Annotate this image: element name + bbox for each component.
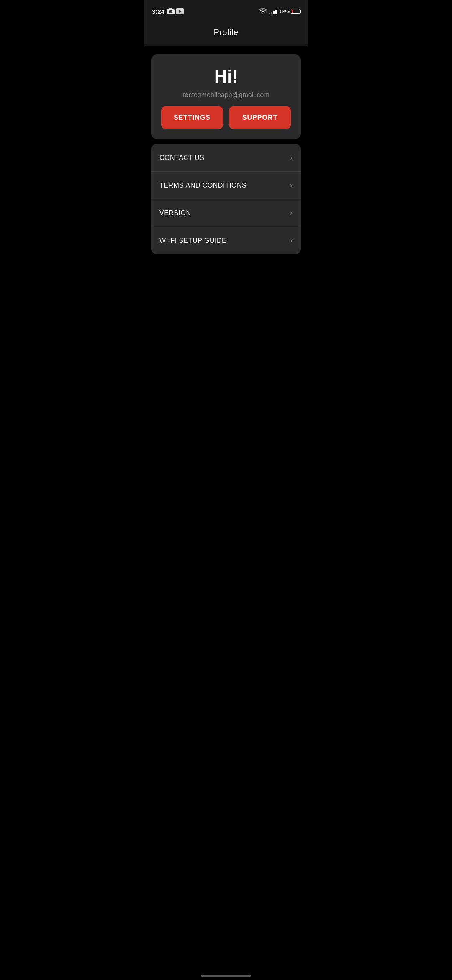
user-email: recteqmobileapp@gmail.com xyxy=(182,91,269,99)
page-title: Profile xyxy=(153,28,299,37)
chevron-right-icon: › xyxy=(290,181,293,190)
battery-fill xyxy=(292,10,293,13)
chevron-right-icon: › xyxy=(290,209,293,217)
action-buttons: SETTINGS SUPPORT xyxy=(161,106,291,129)
photo-icon xyxy=(167,8,175,14)
battery-indicator: 13% xyxy=(279,8,300,15)
time-display: 3:24 xyxy=(152,8,164,15)
page-header: Profile xyxy=(144,21,308,46)
version-item[interactable]: VERSION › xyxy=(151,199,301,227)
chevron-right-icon: › xyxy=(290,153,293,162)
wifi-setup-item[interactable]: WI-FI SETUP GUIDE › xyxy=(151,227,301,254)
svg-rect-2 xyxy=(170,8,172,10)
status-app-icons xyxy=(167,8,184,14)
wifi-setup-label: WI-FI SETUP GUIDE xyxy=(159,237,226,245)
status-indicators: 13% xyxy=(259,8,300,15)
greeting-text: Hi! xyxy=(214,67,238,86)
version-label: VERSION xyxy=(159,209,191,217)
status-time-section: 3:24 xyxy=(152,8,184,15)
chevron-right-icon: › xyxy=(290,236,293,245)
settings-button[interactable]: SETTINGS xyxy=(161,106,223,129)
contact-us-label: CONTACT US xyxy=(159,154,205,162)
svg-point-1 xyxy=(170,10,172,13)
signal-icon xyxy=(269,8,277,14)
terms-conditions-label: TERMS AND CONDITIONS xyxy=(159,182,247,189)
terms-conditions-item[interactable]: TERMS AND CONDITIONS › xyxy=(151,172,301,199)
main-content: Hi! recteqmobileapp@gmail.com SETTINGS S… xyxy=(144,46,308,263)
support-button[interactable]: SUPPORT xyxy=(229,106,291,129)
contact-us-item[interactable]: CONTACT US › xyxy=(151,144,301,172)
profile-card: Hi! recteqmobileapp@gmail.com SETTINGS S… xyxy=(151,54,301,139)
media-icon xyxy=(176,8,184,14)
battery-percent: 13% xyxy=(279,8,290,15)
wifi-icon xyxy=(259,8,267,14)
status-bar: 3:24 13% xyxy=(144,0,308,21)
menu-section: CONTACT US › TERMS AND CONDITIONS › VERS… xyxy=(151,144,301,254)
battery-body xyxy=(291,9,300,14)
